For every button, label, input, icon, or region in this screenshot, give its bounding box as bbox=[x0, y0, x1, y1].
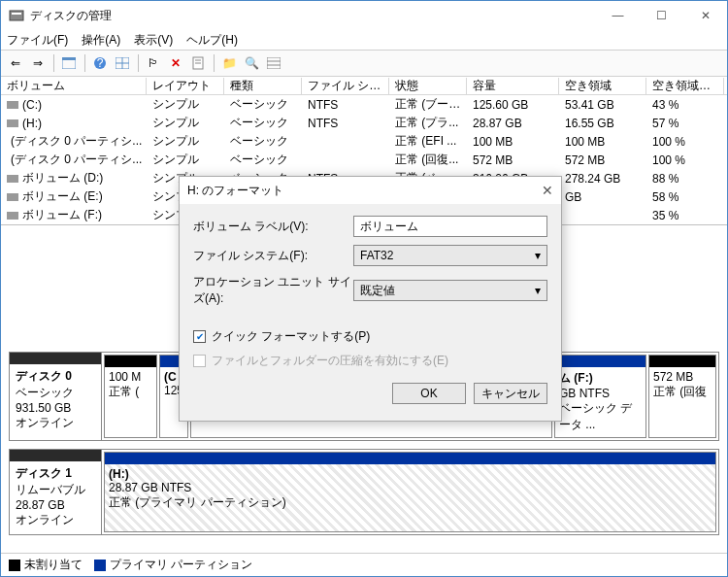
dialog-title: H: のフォーマット bbox=[187, 183, 283, 199]
chevron-down-icon: ▾ bbox=[535, 284, 541, 297]
menu-action[interactable]: 操作(A) bbox=[82, 32, 120, 49]
panel-icon[interactable] bbox=[58, 52, 80, 74]
col-free[interactable]: 空き領域 bbox=[559, 78, 646, 94]
disk0-part-f[interactable]: ム (F:)GB NTFSベーシック データ ... bbox=[554, 355, 646, 438]
back-icon[interactable]: ⇐ bbox=[5, 52, 26, 74]
disk1-info[interactable]: ディスク 1 リムーバブル 28.87 GB オンライン bbox=[10, 450, 102, 534]
col-fs[interactable]: ファイル システム bbox=[302, 78, 389, 94]
svg-text:?: ? bbox=[97, 56, 104, 70]
volume-label-label: ボリューム ラベル(V): bbox=[193, 219, 353, 235]
disk1-part-h[interactable]: (H:)28.87 GB NTFS正常 (プライマリ パーティション) bbox=[104, 452, 716, 532]
window-title: ディスクの管理 bbox=[30, 8, 112, 24]
col-type[interactable]: 種類 bbox=[224, 78, 302, 94]
disk1-name: ディスク 1 bbox=[16, 466, 72, 480]
menu-help[interactable]: ヘルプ(H) bbox=[186, 32, 238, 49]
properties-icon[interactable] bbox=[187, 52, 209, 74]
allocation-label: アロケーション ユニット サイズ(A): bbox=[193, 274, 353, 307]
delete-icon[interactable]: ✕ bbox=[165, 52, 186, 74]
cancel-button[interactable]: キャンセル bbox=[474, 383, 547, 404]
maximize-button[interactable]: ☐ bbox=[640, 1, 683, 30]
list-icon[interactable] bbox=[263, 52, 284, 74]
col-pct[interactable]: 空き領域の割... bbox=[646, 78, 724, 94]
list-item[interactable]: (ディスク 0 パーティシ...シンプルベーシック正常 (EFI ...100 … bbox=[1, 132, 727, 151]
disk1-panel: ディスク 1 リムーバブル 28.87 GB オンライン (H:)28.87 G… bbox=[9, 449, 719, 535]
dialog-titlebar: H: のフォーマット ✕ bbox=[180, 177, 561, 204]
menubar: ファイル(F) 操作(A) 表示(V) ヘルプ(H) bbox=[1, 30, 727, 50]
filesystem-select[interactable]: FAT32▾ bbox=[353, 245, 547, 266]
chevron-down-icon: ▾ bbox=[535, 249, 541, 262]
legend: 未割り当て プライマリ パーティション bbox=[1, 553, 727, 576]
disk0-part-recovery[interactable]: 572 MB正常 (回復 bbox=[648, 355, 716, 438]
col-layout[interactable]: レイアウト bbox=[147, 78, 224, 94]
allocation-select[interactable]: 既定値▾ bbox=[353, 280, 547, 301]
svg-rect-12 bbox=[267, 57, 281, 69]
grid-icon[interactable] bbox=[112, 52, 133, 74]
list-item[interactable]: (H:)シンプルベーシックNTFS正常 (プラ...28.87 GB16.55 … bbox=[1, 114, 727, 132]
compress-checkbox bbox=[193, 355, 206, 367]
quick-format-label: クイック フォーマットする(P) bbox=[212, 328, 370, 345]
col-capacity[interactable]: 容量 bbox=[467, 78, 559, 94]
disk0-name: ディスク 0 bbox=[16, 369, 72, 383]
app-icon bbox=[9, 8, 24, 23]
svg-rect-1 bbox=[12, 13, 21, 15]
dialog-close-icon[interactable]: ✕ bbox=[542, 183, 553, 198]
col-status[interactable]: 状態 bbox=[389, 78, 467, 94]
svg-rect-0 bbox=[10, 11, 23, 20]
menu-view[interactable]: 表示(V) bbox=[134, 32, 173, 49]
disk0-part1[interactable]: 100 M正常 ( bbox=[104, 355, 157, 438]
format-dialog: H: のフォーマット ✕ ボリューム ラベル(V): ファイル システム(F):… bbox=[179, 176, 562, 422]
minimize-button[interactable]: — bbox=[596, 1, 640, 30]
list-item[interactable]: (ディスク 0 パーティシ...シンプルベーシック正常 (回復...572 MB… bbox=[1, 151, 727, 169]
folder-icon[interactable]: 📁 bbox=[218, 52, 240, 74]
flag-icon[interactable]: 🏳 bbox=[143, 52, 164, 74]
forward-icon[interactable]: ⇒ bbox=[27, 52, 49, 74]
volume-label-input[interactable] bbox=[353, 216, 547, 237]
help-icon[interactable]: ? bbox=[89, 52, 111, 74]
toolbar: ⇐ ⇒ ? 🏳 ✕ 📁 🔍 bbox=[1, 50, 727, 77]
col-volume[interactable]: ボリューム bbox=[1, 78, 147, 94]
menu-file[interactable]: ファイル(F) bbox=[7, 32, 68, 49]
ok-button[interactable]: OK bbox=[392, 383, 466, 404]
titlebar: ディスクの管理 — ☐ ✕ bbox=[1, 1, 727, 30]
compress-label: ファイルとフォルダーの圧縮を有効にする(E) bbox=[212, 353, 448, 369]
list-header: ボリューム レイアウト 種類 ファイル システム 状態 容量 空き領域 空き領域… bbox=[1, 77, 727, 95]
quick-format-checkbox[interactable]: ✔ bbox=[193, 330, 206, 343]
filesystem-label: ファイル システム(F): bbox=[193, 248, 353, 264]
list-item[interactable]: (C:)シンプルベーシックNTFS正常 (ブート...125.60 GB53.4… bbox=[1, 95, 727, 114]
svg-rect-3 bbox=[62, 57, 76, 60]
disk0-info[interactable]: ディスク 0 ベーシック 931.50 GB オンライン bbox=[10, 353, 102, 440]
close-button[interactable]: ✕ bbox=[683, 1, 727, 30]
search-icon[interactable]: 🔍 bbox=[241, 52, 262, 74]
